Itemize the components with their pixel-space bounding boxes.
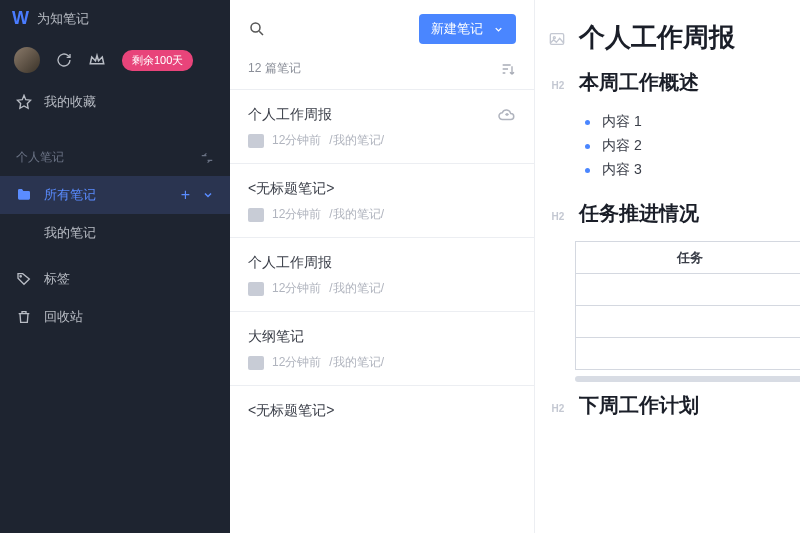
note-title: <无标题笔记> (248, 180, 516, 198)
star-icon (16, 94, 32, 110)
app-name: 为知笔记 (37, 10, 89, 28)
note-type-icon (248, 134, 264, 148)
sidebar: W 为知笔记 剩余100天 我的收藏 个人笔记 所有笔记 + 我的笔记 标签 (0, 0, 230, 533)
trash-icon (16, 309, 32, 325)
note-time: 12分钟前 (272, 206, 321, 223)
bullet-text: 内容 1 (602, 113, 642, 131)
note-path: /我的笔记/ (329, 280, 384, 297)
nav-label: 所有笔记 (44, 186, 96, 204)
note-path: /我的笔记/ (329, 354, 384, 371)
h2-marker: H2 (549, 403, 567, 414)
heading[interactable]: 本周工作概述 (579, 69, 699, 96)
note-card[interactable]: 大纲笔记12分钟前/我的笔记/ (230, 311, 534, 385)
h2-row: H2 下周工作计划 (549, 392, 796, 419)
profile-row: 剩余100天 (0, 37, 230, 83)
app-logo-icon: W (12, 8, 29, 29)
note-meta: 12分钟前/我的笔记/ (248, 354, 516, 371)
note-path: /我的笔记/ (329, 206, 384, 223)
note-type-icon (248, 208, 264, 222)
note-card[interactable]: 个人工作周报12分钟前/我的笔记/ (230, 237, 534, 311)
note-card[interactable]: 个人工作周报12分钟前/我的笔记/ (230, 89, 534, 163)
svg-point-0 (20, 276, 21, 277)
swap-icon[interactable] (200, 151, 214, 165)
nav-favorites[interactable]: 我的收藏 (0, 83, 230, 121)
tag-icon (16, 271, 32, 287)
sort-icon[interactable] (500, 61, 516, 77)
nav-label: 标签 (44, 270, 70, 288)
note-time: 12分钟前 (272, 132, 321, 149)
table-header: 任务 (576, 242, 801, 274)
note-title: <无标题笔记> (248, 402, 516, 420)
nav-tags[interactable]: 标签 (0, 260, 230, 298)
note-time: 12分钟前 (272, 354, 321, 371)
bullet-item[interactable]: 内容 3 (585, 158, 796, 182)
table-cell[interactable] (576, 274, 801, 306)
nav-my-notes[interactable]: 我的笔记 (0, 214, 230, 252)
search-icon[interactable] (248, 20, 266, 38)
svg-rect-2 (550, 34, 563, 45)
nav-trash[interactable]: 回收站 (0, 298, 230, 336)
nav-label: 回收站 (44, 308, 83, 326)
bullet-item[interactable]: 内容 2 (585, 134, 796, 158)
svg-point-1 (251, 23, 260, 32)
task-table[interactable]: 任务 (575, 241, 800, 370)
h2-row: H2 本周工作概述 (549, 69, 796, 96)
folder-icon (16, 187, 32, 203)
h2-row: H2 任务推进情况 (549, 200, 796, 227)
table-cell[interactable] (576, 338, 801, 370)
sync-icon[interactable] (56, 52, 72, 68)
bullet-dot-icon (585, 168, 590, 173)
list-subheader: 12 篇笔记 (230, 54, 534, 89)
section-personal: 个人笔记 (0, 139, 230, 176)
note-meta: 12分钟前/我的笔记/ (248, 280, 516, 297)
note-title: 个人工作周报 (248, 106, 516, 124)
chevron-down-icon (493, 24, 504, 35)
note-type-icon (248, 282, 264, 296)
chevron-down-icon[interactable] (202, 189, 214, 201)
table-cell[interactable] (576, 306, 801, 338)
bullet-text: 内容 3 (602, 161, 642, 179)
heading[interactable]: 任务推进情况 (579, 200, 699, 227)
doc-title[interactable]: 个人工作周报 (579, 20, 735, 55)
avatar[interactable] (14, 47, 40, 73)
bullet-item[interactable]: 内容 1 (585, 110, 796, 134)
note-title: 个人工作周报 (248, 254, 516, 272)
nav-all-notes[interactable]: 所有笔记 + (0, 176, 230, 214)
bullet-list[interactable]: 内容 1内容 2内容 3 (585, 110, 796, 182)
image-block-icon (549, 32, 567, 46)
button-label: 新建笔记 (431, 20, 483, 38)
h2-marker: H2 (549, 211, 567, 222)
note-time: 12分钟前 (272, 280, 321, 297)
note-type-icon (248, 356, 264, 370)
section-label: 个人笔记 (16, 149, 64, 166)
table-scrollbar[interactable] (575, 376, 800, 382)
note-meta: 12分钟前/我的笔记/ (248, 132, 516, 149)
nav-label: 我的笔记 (44, 225, 96, 240)
bullet-dot-icon (585, 120, 590, 125)
h2-marker: H2 (549, 80, 567, 91)
trial-badge[interactable]: 剩余100天 (122, 50, 193, 71)
add-icon[interactable]: + (181, 186, 190, 204)
bullet-dot-icon (585, 144, 590, 149)
svg-point-3 (553, 37, 555, 39)
note-list-panel: 新建笔记 12 篇笔记 个人工作周报12分钟前/我的笔记/<无标题笔记>12分钟… (230, 0, 535, 533)
bullet-text: 内容 2 (602, 137, 642, 155)
note-title: 大纲笔记 (248, 328, 516, 346)
nav-label: 我的收藏 (44, 93, 96, 111)
note-meta: 12分钟前/我的笔记/ (248, 206, 516, 223)
new-note-button[interactable]: 新建笔记 (419, 14, 516, 44)
note-card[interactable]: <无标题笔记>12分钟前/我的笔记/ (230, 163, 534, 237)
editor-panel: 个人工作周报 H2 本周工作概述 内容 1内容 2内容 3 H2 任务推进情况 … (535, 0, 800, 533)
app-header: W 为知笔记 (0, 0, 230, 37)
heading[interactable]: 下周工作计划 (579, 392, 699, 419)
note-card[interactable]: <无标题笔记> (230, 385, 534, 442)
list-toolbar: 新建笔记 (230, 0, 534, 54)
note-count: 12 篇笔记 (248, 60, 301, 77)
cloud-upload-icon[interactable] (498, 106, 516, 124)
crown-icon[interactable] (88, 51, 106, 69)
editor-title-row: 个人工作周报 (549, 20, 796, 55)
note-path: /我的笔记/ (329, 132, 384, 149)
